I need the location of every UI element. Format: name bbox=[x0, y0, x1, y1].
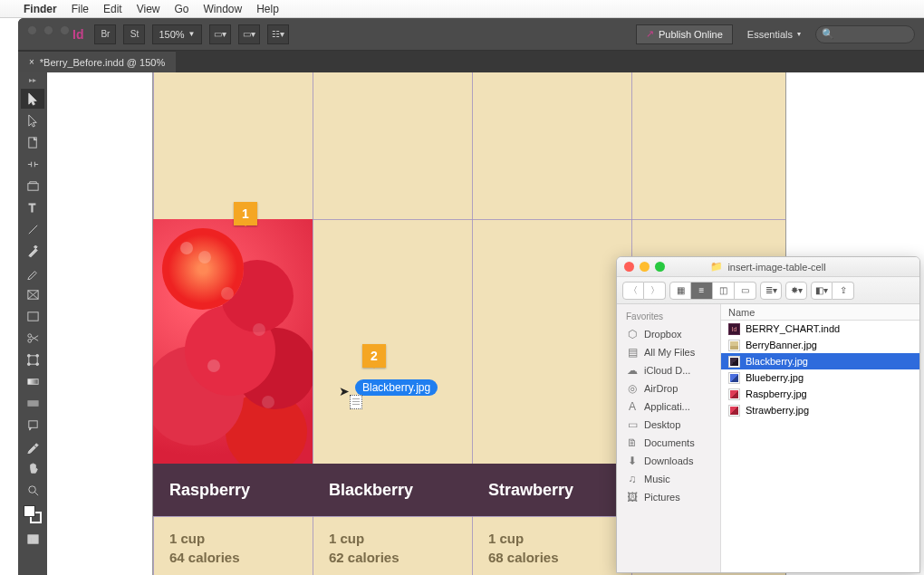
sidebar-item-applications[interactable]: AApplicati... bbox=[617, 398, 720, 416]
type-tool[interactable]: T bbox=[21, 197, 44, 217]
mac-menu-go[interactable]: Go bbox=[175, 3, 189, 15]
zoom-button[interactable] bbox=[60, 25, 70, 35]
sidebar-item-label: Music bbox=[644, 474, 670, 484]
selection-tool[interactable] bbox=[21, 89, 44, 109]
sidebar-item-music[interactable]: ♫Music bbox=[617, 470, 720, 488]
file-row[interactable]: BerryBanner.jpg bbox=[721, 337, 919, 353]
table-cell[interactable]: 1 cup 64 calories bbox=[153, 516, 313, 575]
sidebar-item-pictures[interactable]: 🖼Pictures bbox=[617, 488, 720, 506]
mac-menu-file[interactable]: File bbox=[72, 3, 89, 15]
icon-view-button[interactable]: ▦ bbox=[669, 282, 691, 300]
close-button[interactable] bbox=[624, 262, 634, 272]
file-row[interactable]: Raspberry.jpg bbox=[721, 386, 919, 402]
sidebar-item-downloads[interactable]: ⬇Downloads bbox=[617, 452, 720, 470]
allfiles-icon: ▤ bbox=[626, 346, 639, 359]
sidebar-item-allmyfiles[interactable]: ▤All My Files bbox=[617, 343, 720, 361]
file-row-selected[interactable]: Blackberry.jpg bbox=[721, 353, 919, 369]
finder-sidebar: Favorites ⬡Dropbox ▤All My Files ☁iCloud… bbox=[617, 304, 721, 572]
list-view-button[interactable]: ≡ bbox=[691, 282, 713, 300]
forward-button[interactable]: 〉 bbox=[644, 282, 666, 300]
eyedropper-tool[interactable] bbox=[21, 436, 44, 456]
calories-text: 64 calories bbox=[169, 548, 313, 567]
hand-tool[interactable] bbox=[21, 458, 44, 478]
file-name: Strawberry.jpg bbox=[746, 405, 809, 416]
pencil-tool[interactable] bbox=[21, 263, 44, 283]
drag-file-indicator: ➤ Blackberry.jpg bbox=[355, 379, 438, 396]
app-toolbar: Id Br St 150% ▼ ▭▾ ▭▾ ☷▾ ↗ Publish Onlin… bbox=[18, 18, 924, 51]
sidebar-item-desktop[interactable]: ▭Desktop bbox=[617, 416, 720, 434]
gradient-feather-tool[interactable] bbox=[21, 393, 44, 413]
search-input[interactable]: 🔍 bbox=[815, 25, 915, 43]
arrange-button[interactable]: ☷▾ bbox=[267, 24, 289, 44]
mac-menu-help[interactable]: Help bbox=[256, 3, 279, 15]
formatting-container-icon[interactable]: T bbox=[21, 529, 44, 549]
sidebar-item-icloud[interactable]: ☁iCloud D... bbox=[617, 361, 720, 379]
tags-button[interactable]: ◧▾ bbox=[811, 282, 833, 300]
coverflow-view-button[interactable]: ▭ bbox=[735, 282, 756, 300]
table-cell[interactable]: 1 cup 62 calories bbox=[313, 516, 472, 575]
page-tool[interactable] bbox=[21, 132, 44, 152]
share-button[interactable]: ⇪ bbox=[833, 282, 854, 300]
jpg-file-icon bbox=[728, 356, 740, 368]
gap-tool[interactable] bbox=[21, 154, 44, 174]
rectangle-tool[interactable] bbox=[21, 306, 44, 326]
minimize-button[interactable] bbox=[43, 25, 53, 35]
pen-tool[interactable] bbox=[21, 241, 44, 261]
column-header-name[interactable]: Name bbox=[721, 304, 919, 321]
file-row[interactable]: IdBERRY_CHART.indd bbox=[721, 321, 919, 337]
mac-menu-view[interactable]: View bbox=[137, 3, 160, 15]
content-collector-tool[interactable] bbox=[21, 176, 44, 196]
back-button[interactable]: 〈 bbox=[622, 282, 644, 300]
table-cell[interactable]: 1 cup 68 calories bbox=[472, 516, 631, 575]
table-header-cell[interactable]: Strawberry bbox=[472, 464, 631, 516]
close-tab-icon[interactable]: × bbox=[29, 57, 34, 67]
fill-stroke-swatch[interactable] bbox=[21, 502, 44, 527]
line-tool[interactable] bbox=[21, 219, 44, 239]
sidebar-item-dropbox[interactable]: ⬡Dropbox bbox=[617, 325, 720, 343]
calories-text: 68 calories bbox=[488, 548, 631, 567]
mac-menu-app[interactable]: Finder bbox=[24, 3, 57, 15]
note-tool[interactable] bbox=[21, 415, 44, 435]
annotation-callout-2: 2 bbox=[362, 344, 386, 368]
finder-window[interactable]: 📁 insert-image-table-cell 〈 〉 ▦ ≡ ◫ ▭ ≣▾… bbox=[616, 256, 920, 573]
screen-mode-button[interactable]: ▭▾ bbox=[238, 24, 260, 44]
document-tab[interactable]: × *Berry_Before.indd @ 150% bbox=[18, 51, 176, 72]
zoom-level-dropdown[interactable]: 150% ▼ bbox=[152, 24, 201, 44]
panel-collapse-icon[interactable]: ▸▸ bbox=[21, 76, 44, 85]
sidebar-item-airdrop[interactable]: ◎AirDrop bbox=[617, 379, 720, 398]
view-options-button[interactable]: ▭▾ bbox=[209, 24, 231, 44]
airdrop-icon: ◎ bbox=[626, 382, 639, 395]
serving-text: 1 cup bbox=[488, 529, 631, 548]
stock-button[interactable]: St bbox=[123, 24, 145, 44]
direct-selection-tool[interactable] bbox=[21, 110, 44, 130]
bridge-button[interactable]: Br bbox=[94, 24, 116, 44]
folder-icon: 📁 bbox=[710, 261, 723, 273]
file-row[interactable]: Blueberry.jpg bbox=[721, 369, 919, 386]
close-button[interactable] bbox=[27, 25, 37, 35]
minimize-button[interactable] bbox=[640, 262, 650, 272]
workspace-dropdown[interactable]: Essentials ▾ bbox=[740, 29, 808, 40]
gradient-swatch-tool[interactable] bbox=[21, 371, 44, 391]
table-image-cell[interactable] bbox=[153, 219, 313, 464]
share-tag-buttons: ◧▾ ⇪ bbox=[811, 282, 854, 300]
mac-menu-window[interactable]: Window bbox=[204, 3, 243, 15]
view-mode-buttons: ▦ ≡ ◫ ▭ bbox=[669, 282, 756, 300]
table-header-cell[interactable]: Blackberry bbox=[313, 464, 472, 516]
svg-text:T: T bbox=[28, 202, 35, 215]
sidebar-item-documents[interactable]: 🗎Documents bbox=[617, 434, 720, 452]
finder-titlebar[interactable]: 📁 insert-image-table-cell bbox=[617, 257, 919, 277]
arrange-dropdown[interactable]: ≣▾ bbox=[760, 282, 782, 300]
mac-menu-edit[interactable]: Edit bbox=[103, 3, 122, 15]
table-header-cell[interactable]: Raspberry bbox=[153, 464, 313, 516]
zoom-tool[interactable] bbox=[21, 480, 44, 500]
publish-online-button[interactable]: ↗ Publish Online bbox=[636, 24, 733, 44]
applications-icon: A bbox=[626, 400, 639, 413]
column-view-button[interactable]: ◫ bbox=[713, 282, 735, 300]
scissors-tool[interactable] bbox=[21, 328, 44, 348]
zoom-button[interactable] bbox=[655, 262, 665, 272]
action-dropdown[interactable]: ✸▾ bbox=[785, 282, 807, 300]
rectangle-frame-tool[interactable] bbox=[21, 284, 44, 304]
file-row[interactable]: Strawberry.jpg bbox=[721, 402, 919, 418]
indesign-logo-icon: Id bbox=[72, 27, 83, 42]
free-transform-tool[interactable] bbox=[21, 350, 44, 369]
